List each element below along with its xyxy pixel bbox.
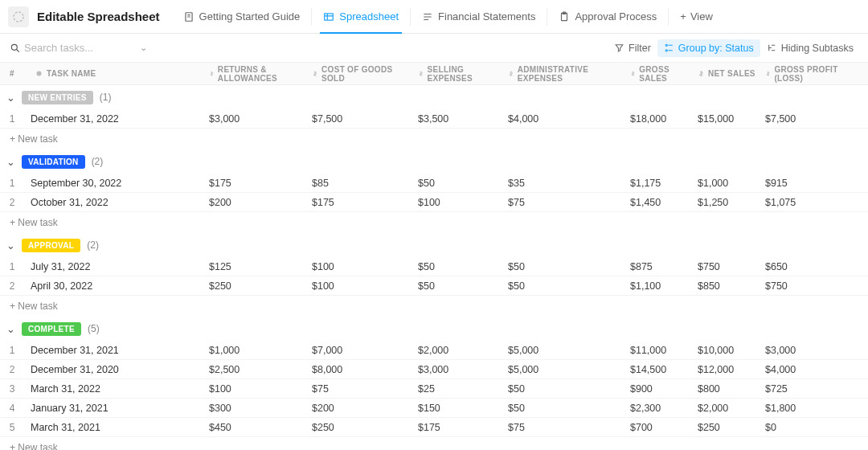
- profit-cell[interactable]: $725: [760, 383, 857, 395]
- col-selling[interactable]: SELLING EXPENSES: [413, 65, 503, 83]
- hiding-subtasks-button[interactable]: Hiding Subtasks: [760, 39, 860, 57]
- table-row[interactable]: 2 October 31, 2022 $200 $175 $100 $75 $1…: [0, 193, 868, 212]
- tab-getting-started[interactable]: Getting Started Guide: [172, 0, 312, 34]
- gross-cell[interactable]: $700: [625, 422, 693, 433]
- profit-cell[interactable]: $1,800: [760, 403, 857, 414]
- net-cell[interactable]: $1,250: [693, 197, 760, 208]
- table-row[interactable]: 1 December 31, 2021 $1,000 $7,000 $2,000…: [0, 341, 868, 360]
- returns-cell[interactable]: $175: [204, 178, 307, 189]
- table-row[interactable]: 3 March 31, 2022 $100 $75 $25 $50 $900 $…: [0, 379, 868, 399]
- net-cell[interactable]: $2,000: [693, 403, 760, 414]
- selling-cell[interactable]: $50: [413, 261, 503, 272]
- task-name-cell[interactable]: March 31, 2022: [24, 383, 204, 395]
- chevron-down-icon[interactable]: ⌄: [6, 239, 15, 252]
- admin-cell[interactable]: $35: [503, 178, 625, 189]
- gross-cell[interactable]: $1,100: [625, 280, 693, 292]
- task-name-cell[interactable]: January 31, 2021: [24, 403, 204, 414]
- col-admin[interactable]: ADMINISTRATIVE EXPENSES: [503, 65, 625, 83]
- group-by-button[interactable]: Group by: Status: [657, 39, 760, 57]
- tab-financial[interactable]: Financial Statements: [411, 0, 547, 34]
- chevron-down-icon[interactable]: ⌄: [6, 323, 15, 335]
- col-task-name[interactable]: TASK NAME: [24, 69, 204, 78]
- tab-approval[interactable]: Approval Process: [547, 0, 668, 34]
- net-cell[interactable]: $250: [693, 422, 760, 433]
- selling-cell[interactable]: $50: [413, 178, 503, 189]
- returns-cell[interactable]: $250: [204, 280, 307, 292]
- group-header[interactable]: ⌄ VALIDATION (2): [0, 149, 868, 174]
- task-name-cell[interactable]: April 30, 2022: [24, 280, 204, 292]
- cogs-cell[interactable]: $75: [307, 383, 413, 395]
- cogs-cell[interactable]: $100: [307, 261, 413, 272]
- net-cell[interactable]: $12,000: [693, 364, 760, 375]
- admin-cell[interactable]: $5,000: [503, 345, 625, 356]
- chevron-down-icon[interactable]: ⌄: [6, 92, 15, 104]
- returns-cell[interactable]: $2,500: [204, 364, 307, 375]
- cogs-cell[interactable]: $250: [307, 422, 413, 433]
- new-task-button[interactable]: + New task: [0, 212, 868, 233]
- task-name-cell[interactable]: July 31, 2022: [24, 261, 204, 272]
- selling-cell[interactable]: $3,000: [413, 364, 503, 375]
- gross-cell[interactable]: $900: [625, 383, 693, 395]
- profit-cell[interactable]: $1,075: [760, 197, 857, 208]
- col-net[interactable]: NET SALES: [693, 69, 760, 78]
- col-gross[interactable]: GROSS SALES: [625, 65, 693, 83]
- selling-cell[interactable]: $3,500: [413, 113, 503, 125]
- task-name-cell[interactable]: October 31, 2022: [24, 197, 204, 208]
- cogs-cell[interactable]: $100: [307, 280, 413, 292]
- returns-cell[interactable]: $100: [204, 383, 307, 395]
- search-input[interactable]: [8, 39, 137, 57]
- table-row[interactable]: 2 December 31, 2020 $2,500 $8,000 $3,000…: [0, 360, 868, 379]
- group-header[interactable]: ⌄ COMPLETE (5): [0, 317, 868, 341]
- group-header[interactable]: ⌄ APPROVAL (2): [0, 233, 868, 257]
- admin-cell[interactable]: $4,000: [503, 113, 625, 125]
- table-row[interactable]: 2 April 30, 2022 $250 $100 $50 $50 $1,10…: [0, 276, 868, 296]
- task-name-cell[interactable]: September 30, 2022: [24, 178, 204, 189]
- filter-button[interactable]: Filter: [608, 39, 657, 57]
- net-cell[interactable]: $800: [693, 383, 760, 395]
- admin-cell[interactable]: $50: [503, 280, 625, 292]
- admin-cell[interactable]: $50: [503, 261, 625, 272]
- net-cell[interactable]: $850: [693, 280, 760, 292]
- cogs-cell[interactable]: $8,000: [307, 364, 413, 375]
- new-task-button[interactable]: + New task: [0, 296, 868, 317]
- profit-cell[interactable]: $750: [760, 280, 857, 292]
- table-row[interactable]: 1 July 31, 2022 $125 $100 $50 $50 $875 $…: [0, 257, 868, 276]
- tab-spreadsheet[interactable]: Spreadsheet: [312, 0, 410, 34]
- admin-cell[interactable]: $5,000: [503, 364, 625, 375]
- task-name-cell[interactable]: March 31, 2021: [24, 422, 204, 433]
- app-logo[interactable]: [8, 6, 29, 27]
- selling-cell[interactable]: $2,000: [413, 345, 503, 356]
- gross-cell[interactable]: $2,300: [625, 403, 693, 414]
- cogs-cell[interactable]: $7,000: [307, 345, 413, 356]
- admin-cell[interactable]: $50: [503, 383, 625, 395]
- col-returns[interactable]: RETURNS & ALLOWANCES: [204, 65, 307, 83]
- selling-cell[interactable]: $150: [413, 403, 503, 414]
- task-name-cell[interactable]: December 31, 2022: [24, 113, 204, 125]
- admin-cell[interactable]: $75: [503, 197, 625, 208]
- net-cell[interactable]: $15,000: [693, 113, 760, 125]
- profit-cell[interactable]: $7,500: [760, 113, 857, 125]
- returns-cell[interactable]: $125: [204, 261, 307, 272]
- table-row[interactable]: 5 March 31, 2021 $450 $250 $175 $75 $700…: [0, 418, 868, 437]
- profit-cell[interactable]: $650: [760, 261, 857, 272]
- admin-cell[interactable]: $50: [503, 403, 625, 414]
- chevron-down-icon[interactable]: ⌄: [140, 43, 147, 53]
- new-task-button[interactable]: + New task: [0, 129, 868, 149]
- table-row[interactable]: 1 September 30, 2022 $175 $85 $50 $35 $1…: [0, 174, 868, 193]
- selling-cell[interactable]: $100: [413, 197, 503, 208]
- returns-cell[interactable]: $1,000: [204, 345, 307, 356]
- profit-cell[interactable]: $3,000: [760, 345, 857, 356]
- gross-cell[interactable]: $14,500: [625, 364, 693, 375]
- selling-cell[interactable]: $175: [413, 422, 503, 433]
- gross-cell[interactable]: $875: [625, 261, 693, 272]
- col-cogs[interactable]: COST OF GOODS SOLD: [307, 65, 413, 83]
- cogs-cell[interactable]: $200: [307, 403, 413, 414]
- gross-cell[interactable]: $18,000: [625, 113, 693, 125]
- chevron-down-icon[interactable]: ⌄: [6, 156, 15, 168]
- selling-cell[interactable]: $50: [413, 280, 503, 292]
- task-name-cell[interactable]: December 31, 2021: [24, 345, 204, 356]
- new-task-button[interactable]: + New task: [0, 437, 868, 450]
- col-profit[interactable]: GROSS PROFIT (LOSS): [760, 65, 857, 83]
- net-cell[interactable]: $1,000: [693, 178, 760, 189]
- returns-cell[interactable]: $200: [204, 197, 307, 208]
